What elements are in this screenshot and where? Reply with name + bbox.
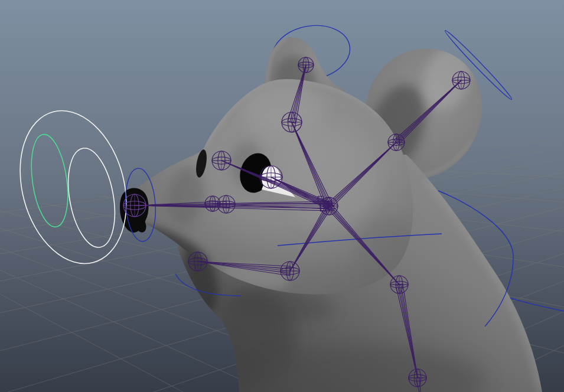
- joint-head-top[interactable]: [298, 57, 314, 73]
- shading-blob: [242, 81, 325, 138]
- joint-ear-base[interactable]: [388, 134, 405, 151]
- joint-snout-b[interactable]: [217, 195, 235, 213]
- joint-spine-low[interactable]: [409, 369, 426, 387]
- joint-skull[interactable]: [282, 112, 302, 132]
- joint-jaw-back[interactable]: [281, 262, 299, 280]
- viewport-3d[interactable]: [0, 0, 564, 392]
- joint-brow[interactable]: [212, 151, 231, 170]
- joint-jaw-front[interactable]: [188, 252, 207, 271]
- joint-nose[interactable]: [123, 194, 146, 217]
- scene-canvas[interactable]: [0, 0, 564, 392]
- joint-ear-tip[interactable]: [452, 71, 470, 89]
- joint-chest[interactable]: [390, 276, 408, 293]
- joint-eye[interactable]: [260, 166, 282, 188]
- joint-snout-a[interactable]: [205, 196, 220, 211]
